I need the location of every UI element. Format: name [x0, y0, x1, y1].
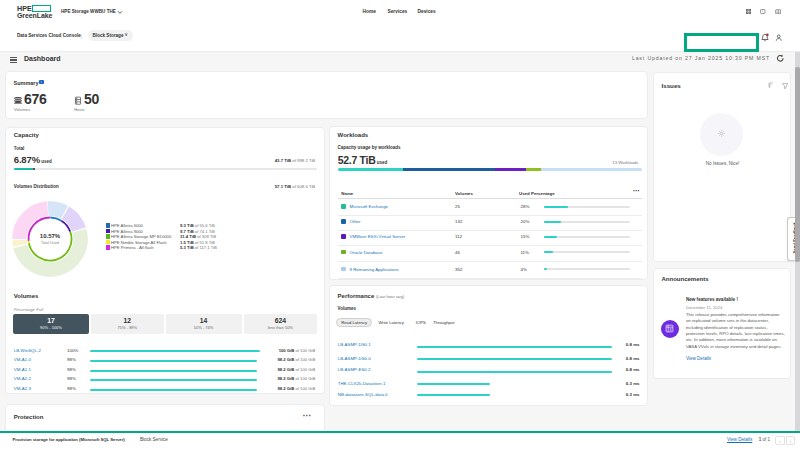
svg-text:10.57%: 10.57% [40, 232, 61, 238]
svg-text:Total Used: Total Used [41, 240, 59, 244]
